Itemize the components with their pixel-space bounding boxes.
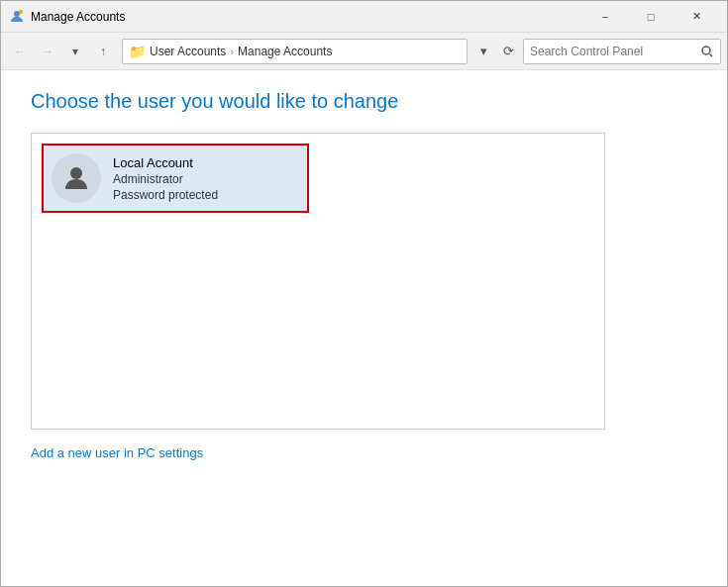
minimize-button[interactable]: − [582, 1, 628, 33]
page-title: Choose the user you would like to change [31, 90, 697, 113]
search-box [523, 39, 721, 64]
breadcrumb-part1: User Accounts [150, 45, 226, 58]
avatar [52, 153, 101, 203]
account-status: Password protected [113, 188, 218, 202]
close-button[interactable]: ✕ [674, 1, 719, 33]
window-icon [9, 9, 25, 25]
refresh-button[interactable]: ⟳ [495, 39, 521, 64]
maximize-button[interactable]: □ [628, 1, 674, 33]
address-dropdown-button[interactable]: ▾ [473, 39, 493, 64]
account-type: Administrator [113, 172, 218, 186]
address-bar-icon: 📁 [129, 44, 146, 59]
accounts-panel: Local Account Administrator Password pro… [31, 133, 605, 430]
address-bar: 📁 User Accounts › Manage Accounts [122, 39, 468, 64]
up-button[interactable]: ↑ [90, 39, 116, 64]
window-title: Manage Accounts [31, 10, 582, 24]
breadcrumb-part2: Manage Accounts [238, 45, 332, 58]
svg-line-3 [710, 53, 713, 56]
content-area: Choose the user you would like to change… [1, 70, 727, 586]
account-item[interactable]: Local Account Administrator Password pro… [42, 144, 309, 213]
search-input[interactable] [524, 45, 694, 58]
navigation-bar: ← → ▾ ↑ 📁 User Accounts › Manage Account… [1, 33, 727, 70]
add-user-link[interactable]: Add a new user in PC settings [31, 445, 203, 460]
back-button[interactable]: ← [7, 39, 33, 64]
recent-locations-button[interactable]: ▾ [62, 39, 88, 64]
title-bar: Manage Accounts − □ ✕ [1, 1, 727, 33]
breadcrumb-separator: › [230, 46, 234, 57]
forward-button[interactable]: → [35, 39, 60, 64]
account-name: Local Account [113, 155, 218, 170]
search-icon [701, 46, 713, 57]
user-avatar-icon [61, 163, 91, 193]
svg-point-4 [70, 167, 82, 179]
svg-point-2 [702, 47, 710, 54]
window-controls: − □ ✕ [582, 1, 719, 33]
main-window: Manage Accounts − □ ✕ ← → ▾ ↑ 📁 User Acc… [0, 0, 728, 587]
search-button[interactable] [694, 39, 720, 64]
account-info: Local Account Administrator Password pro… [113, 155, 218, 202]
